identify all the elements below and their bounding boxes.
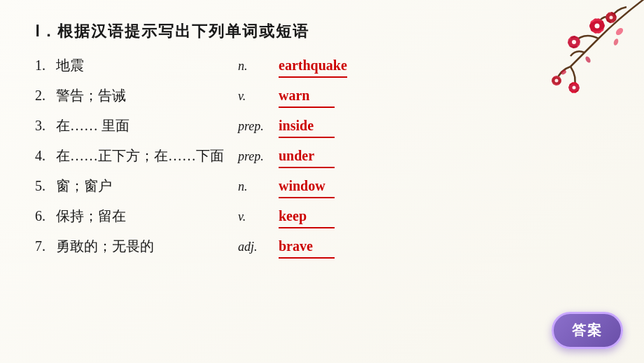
item-number: 6. bbox=[35, 205, 56, 226]
svg-point-11 bbox=[610, 16, 613, 20]
svg-point-5 bbox=[572, 40, 576, 44]
vocab-item: 7. 勇敢的；无畏的 adj. brave bbox=[35, 235, 609, 259]
answer-button[interactable]: 答案 bbox=[552, 312, 623, 349]
item-number: 4. bbox=[35, 145, 56, 166]
item-answer: keep bbox=[279, 205, 335, 228]
item-chinese: 窗；窗户 bbox=[56, 175, 238, 196]
svg-point-30 bbox=[615, 27, 624, 36]
blossom-decoration bbox=[500, 0, 644, 126]
slide: Ⅰ．根据汉语提示写出下列单词或短语 1. 地震 n. earthquake 2.… bbox=[0, 0, 644, 363]
vocab-item: 6. 保持；留在 v. keep bbox=[35, 205, 609, 228]
item-pos: prep. bbox=[238, 117, 274, 136]
item-number: 1. bbox=[35, 55, 56, 76]
item-number: 7. bbox=[35, 235, 56, 256]
item-answer: brave bbox=[279, 235, 335, 259]
item-answer: inside bbox=[279, 115, 335, 138]
vocab-item: 4. 在……正下方；在……下面 prep. under bbox=[35, 145, 609, 168]
item-pos: n. bbox=[238, 177, 274, 196]
item-pos: prep. bbox=[238, 147, 274, 166]
item-answer: window bbox=[279, 175, 335, 198]
item-number: 5. bbox=[35, 175, 56, 196]
item-number: 3. bbox=[35, 115, 56, 136]
vocab-item: 5. 窗；窗户 n. window bbox=[35, 175, 609, 198]
item-chinese: 勇敢的；无畏的 bbox=[56, 235, 238, 256]
svg-point-31 bbox=[584, 55, 592, 64]
svg-point-17 bbox=[595, 24, 600, 29]
item-pos: v. bbox=[238, 87, 274, 106]
item-pos: n. bbox=[238, 57, 274, 76]
item-chinese: 地震 bbox=[56, 55, 238, 76]
svg-point-32 bbox=[612, 38, 619, 46]
item-pos: v. bbox=[238, 207, 274, 226]
item-chinese: 在…… 里面 bbox=[56, 115, 238, 136]
svg-point-29 bbox=[573, 86, 576, 90]
item-answer: under bbox=[279, 145, 335, 168]
item-number: 2. bbox=[35, 85, 56, 106]
item-chinese: 在……正下方；在……下面 bbox=[56, 145, 238, 166]
item-chinese: 警告；告诫 bbox=[56, 85, 238, 106]
item-chinese: 保持；留在 bbox=[56, 205, 238, 226]
svg-point-23 bbox=[555, 79, 559, 83]
item-pos: adj. bbox=[238, 238, 274, 256]
item-answer: earthquake bbox=[279, 55, 347, 78]
item-answer: warn bbox=[279, 85, 335, 108]
